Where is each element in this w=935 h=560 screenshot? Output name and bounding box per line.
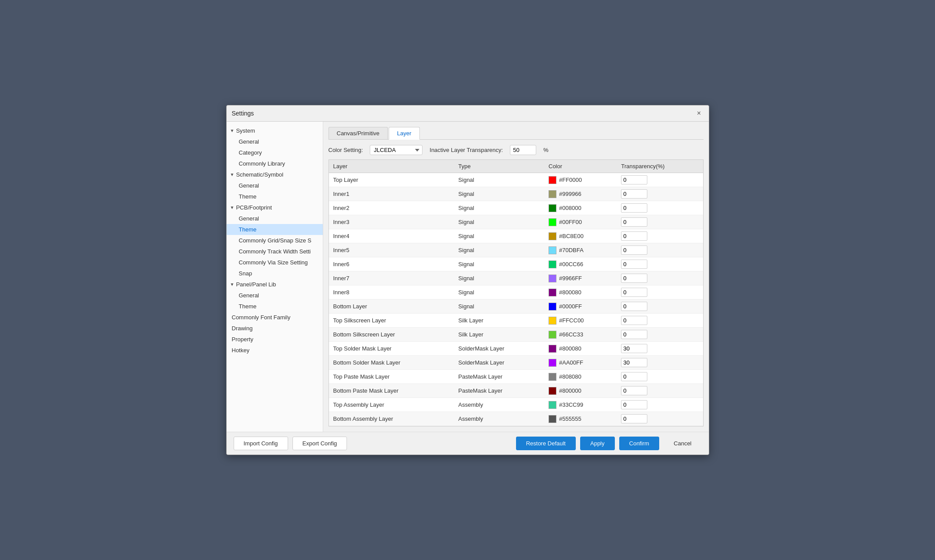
- layer-color[interactable]: #70DBFA: [544, 243, 617, 257]
- layer-color[interactable]: #33CC99: [544, 398, 617, 412]
- transparency-value-input[interactable]: [621, 302, 647, 311]
- apply-button[interactable]: Apply: [580, 437, 615, 450]
- tab-layer[interactable]: Layer: [389, 127, 420, 140]
- transparency-value-input[interactable]: [621, 386, 647, 395]
- sidebar-item[interactable]: Hotkey: [227, 345, 323, 356]
- transparency-value-input[interactable]: [621, 260, 647, 269]
- layer-color[interactable]: #9966FF: [544, 271, 617, 285]
- transparency-value-input[interactable]: [621, 344, 647, 353]
- layer-color[interactable]: #0000FF: [544, 300, 617, 314]
- layer-color[interactable]: #800080: [544, 285, 617, 300]
- cancel-button[interactable]: Cancel: [664, 437, 701, 450]
- color-hex: #AA00FF: [559, 359, 583, 366]
- tabs-bar: Canvas/PrimitiveLayer: [329, 127, 704, 140]
- sidebar-item[interactable]: General: [227, 180, 323, 191]
- transparency-value-input[interactable]: [621, 400, 647, 409]
- layer-name: Bottom Paste Mask Layer: [329, 384, 454, 398]
- sidebar-item[interactable]: Snap: [227, 268, 323, 279]
- layer-color[interactable]: #800000: [544, 384, 617, 398]
- layer-type: Signal: [454, 271, 544, 285]
- transparency-value-input[interactable]: [621, 414, 647, 423]
- layer-type: Assembly: [454, 412, 544, 426]
- color-swatch: [549, 204, 556, 212]
- transparency-value-input[interactable]: [621, 217, 647, 227]
- sidebar-item[interactable]: Drawing: [227, 323, 323, 334]
- close-button[interactable]: ×: [695, 109, 704, 118]
- sidebar-item[interactable]: Theme: [227, 191, 323, 202]
- sidebar-item[interactable]: Commonly Track Width Setti: [227, 246, 323, 257]
- table-row: Top Solder Mask LayerSolderMask Layer#80…: [329, 342, 703, 356]
- sidebar-item[interactable]: Commonly Via Size Setting: [227, 257, 323, 268]
- layer-transparency[interactable]: [617, 384, 703, 398]
- sidebar-item[interactable]: Theme: [227, 301, 323, 312]
- sidebar-item[interactable]: General: [227, 213, 323, 224]
- sidebar-item[interactable]: Commonly Grid/Snap Size S: [227, 235, 323, 246]
- sidebar-item[interactable]: Commonly Font Family: [227, 312, 323, 323]
- layer-color[interactable]: #66CC33: [544, 328, 617, 342]
- layer-transparency[interactable]: [617, 173, 703, 187]
- import-config-button[interactable]: Import Config: [234, 437, 288, 450]
- sidebar-group[interactable]: ▼ System: [227, 125, 323, 136]
- sidebar-item[interactable]: Property: [227, 334, 323, 345]
- layer-color[interactable]: #808080: [544, 370, 617, 384]
- transparency-value-input[interactable]: [621, 189, 647, 199]
- table-body: Top LayerSignal#FF0000Inner1Signal#99996…: [329, 173, 703, 426]
- color-hex: #70DBFA: [559, 247, 584, 253]
- color-setting-select[interactable]: JLCEDACustom: [370, 145, 422, 155]
- transparency-value-input[interactable]: [621, 175, 647, 184]
- export-config-button[interactable]: Export Config: [292, 437, 347, 450]
- confirm-button[interactable]: Confirm: [619, 437, 660, 450]
- layer-color[interactable]: #FF0000: [544, 173, 617, 187]
- layer-color[interactable]: #999966: [544, 187, 617, 201]
- color-swatch: [549, 289, 556, 296]
- transparency-value-input[interactable]: [621, 288, 647, 297]
- transparency-value-input[interactable]: [621, 372, 647, 381]
- sidebar-item[interactable]: Theme: [227, 224, 323, 235]
- transparency-value-input[interactable]: [621, 231, 647, 241]
- layer-transparency[interactable]: [617, 243, 703, 257]
- layer-type: Signal: [454, 187, 544, 201]
- restore-default-button[interactable]: Restore Default: [516, 437, 576, 450]
- layer-transparency[interactable]: [617, 215, 703, 229]
- layer-transparency[interactable]: [617, 342, 703, 356]
- layer-color[interactable]: #FFCC00: [544, 314, 617, 328]
- layer-name: Bottom Layer: [329, 300, 454, 314]
- layer-color[interactable]: #00FF00: [544, 215, 617, 229]
- sidebar-group[interactable]: ▼ Panel/Panel Lib: [227, 279, 323, 290]
- layer-transparency[interactable]: [617, 187, 703, 201]
- layer-color[interactable]: #BC8E00: [544, 229, 617, 243]
- layer-color[interactable]: #800080: [544, 342, 617, 356]
- transparency-input[interactable]: [510, 145, 536, 155]
- layer-transparency[interactable]: [617, 412, 703, 426]
- transparency-value-input[interactable]: [621, 246, 647, 255]
- sidebar-item[interactable]: Commonly Library: [227, 158, 323, 169]
- layer-color[interactable]: #555555: [544, 412, 617, 426]
- transparency-value-input[interactable]: [621, 316, 647, 325]
- layer-transparency[interactable]: [617, 257, 703, 271]
- tab-canvas-primitive[interactable]: Canvas/Primitive: [329, 127, 388, 139]
- layer-transparency[interactable]: [617, 285, 703, 300]
- transparency-value-input[interactable]: [621, 203, 647, 213]
- transparency-value-input[interactable]: [621, 274, 647, 283]
- layer-transparency[interactable]: [617, 271, 703, 285]
- sidebar-item[interactable]: General: [227, 136, 323, 147]
- sidebar-item[interactable]: Category: [227, 147, 323, 158]
- layer-transparency[interactable]: [617, 328, 703, 342]
- footer-right: Restore Default Apply Confirm Cancel: [516, 437, 702, 450]
- transparency-value-input[interactable]: [621, 330, 647, 339]
- sidebar-group[interactable]: ▼ Schematic/Symbol: [227, 169, 323, 180]
- layer-transparency[interactable]: [617, 201, 703, 215]
- layer-color[interactable]: #008000: [544, 201, 617, 215]
- layer-transparency[interactable]: [617, 398, 703, 412]
- layer-transparency[interactable]: [617, 314, 703, 328]
- sidebar-item[interactable]: General: [227, 290, 323, 301]
- transparency-value-input[interactable]: [621, 358, 647, 367]
- layer-transparency[interactable]: [617, 300, 703, 314]
- layer-name: Inner5: [329, 243, 454, 257]
- layer-transparency[interactable]: [617, 370, 703, 384]
- sidebar-group[interactable]: ▼ PCB/Footprint: [227, 202, 323, 213]
- layer-transparency[interactable]: [617, 229, 703, 243]
- layer-color[interactable]: #AA00FF: [544, 356, 617, 370]
- layer-color[interactable]: #00CC66: [544, 257, 617, 271]
- layer-transparency[interactable]: [617, 356, 703, 370]
